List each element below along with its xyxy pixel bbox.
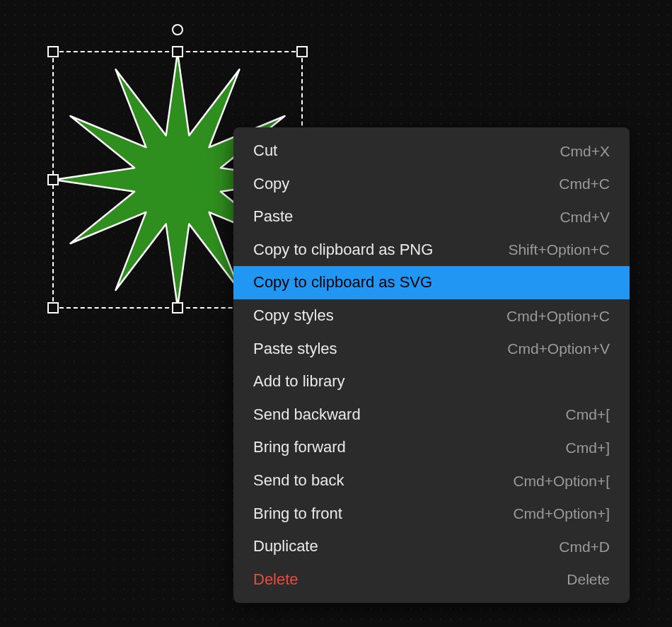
menu-item-label: Cut (253, 141, 277, 161)
menu-item-copy-styles[interactable]: Copy stylesCmd+Option+C (233, 299, 630, 333)
menu-item-shortcut: Cmd+[ (566, 405, 610, 424)
menu-item-label: Delete (253, 570, 299, 590)
menu-item-label: Bring to front (253, 504, 342, 524)
menu-item-copy-to-clipboard-as-svg[interactable]: Copy to clipboard as SVG (233, 266, 630, 299)
resize-handle-top-middle[interactable] (172, 46, 183, 57)
menu-item-copy[interactable]: CopyCmd+C (233, 168, 630, 201)
menu-item-label: Paste styles (253, 339, 337, 359)
menu-item-bring-forward[interactable]: Bring forwardCmd+] (233, 431, 630, 464)
menu-item-duplicate[interactable]: DuplicateCmd+D (233, 530, 630, 563)
canvas[interactable]: CutCmd+XCopyCmd+CPasteCmd+VCopy to clipb… (0, 0, 672, 627)
menu-item-shortcut: Cmd+D (559, 537, 610, 556)
menu-item-shortcut: Cmd+X (560, 142, 610, 161)
rotate-handle[interactable] (172, 24, 183, 35)
menu-item-label: Copy to clipboard as SVG (253, 272, 432, 293)
menu-item-label: Duplicate (253, 536, 318, 557)
menu-item-label: Send to back (253, 471, 344, 491)
menu-item-send-backward[interactable]: Send backwardCmd+[ (233, 398, 630, 432)
menu-item-label: Bring forward (253, 437, 346, 458)
menu-item-label: Paste (253, 207, 293, 227)
menu-item-label: Copy styles (253, 306, 334, 326)
menu-item-paste[interactable]: PasteCmd+V (233, 200, 630, 234)
menu-item-label: Copy (253, 174, 289, 195)
menu-item-cut[interactable]: CutCmd+X (233, 134, 630, 168)
menu-item-send-to-back[interactable]: Send to backCmd+Option+[ (233, 464, 630, 497)
resize-handle-middle-left[interactable] (47, 174, 59, 185)
menu-item-shortcut: Cmd+] (566, 438, 610, 457)
menu-item-shortcut: Cmd+Option+] (513, 504, 610, 523)
resize-handle-top-left[interactable] (47, 46, 59, 57)
menu-item-shortcut: Cmd+V (560, 207, 610, 226)
menu-item-paste-styles[interactable]: Paste stylesCmd+Option+V (233, 333, 630, 366)
menu-item-add-to-library[interactable]: Add to library (233, 365, 630, 398)
menu-item-delete[interactable]: DeleteDelete (233, 563, 630, 597)
menu-item-shortcut: Cmd+Option+V (507, 339, 610, 358)
menu-item-shortcut: Cmd+Option+[ (513, 471, 610, 490)
resize-handle-bottom-middle[interactable] (172, 302, 183, 314)
menu-item-shortcut: Delete (567, 570, 610, 589)
menu-item-shortcut: Cmd+C (559, 174, 610, 193)
menu-item-shortcut: Shift+Option+C (508, 240, 610, 259)
menu-item-label: Copy to clipboard as PNG (253, 240, 433, 260)
menu-item-shortcut: Cmd+Option+C (506, 306, 610, 326)
resize-handle-bottom-left[interactable] (47, 302, 59, 314)
menu-item-bring-to-front[interactable]: Bring to frontCmd+Option+] (233, 497, 630, 531)
menu-item-label: Send backward (253, 405, 361, 425)
menu-item-label: Add to library (253, 372, 345, 392)
resize-handle-top-right[interactable] (296, 46, 308, 57)
menu-item-copy-to-clipboard-as-png[interactable]: Copy to clipboard as PNGShift+Option+C (233, 234, 630, 267)
context-menu[interactable]: CutCmd+XCopyCmd+CPasteCmd+VCopy to clipb… (233, 127, 630, 603)
